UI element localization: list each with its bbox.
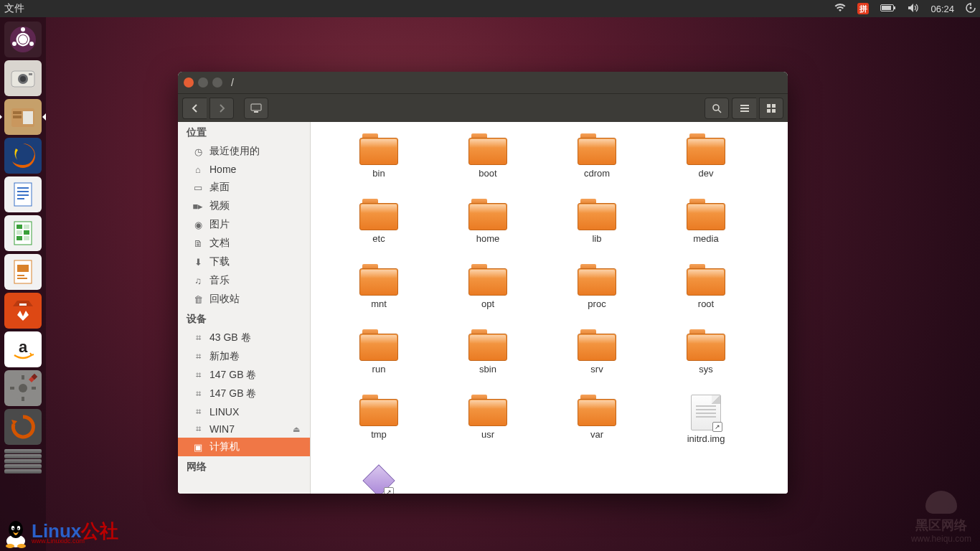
folder-lib[interactable]: lib (543, 199, 651, 244)
sidebar-item-文档[interactable]: 🗎文档 (178, 234, 310, 253)
sidebar-section-header: 设备 (178, 309, 310, 329)
calc-icon[interactable] (4, 215, 42, 251)
clock[interactable]: 06:24 (930, 4, 954, 14)
sidebar-item-label: 视频 (209, 199, 230, 212)
folder-etc[interactable]: etc (325, 199, 433, 244)
svg-point-6 (19, 35, 27, 44)
folder-mnt[interactable]: mnt (325, 264, 433, 309)
files-app-icon[interactable] (4, 99, 42, 135)
writer-icon[interactable] (4, 176, 42, 212)
file-label: cdrom (584, 168, 610, 179)
folder-icon (578, 199, 616, 230)
folder-run[interactable]: run (325, 329, 433, 375)
app-menu-title[interactable]: 文件 (4, 2, 24, 15)
diamond-link-vmlinuz[interactable]: ↗vmlinuz (325, 464, 433, 494)
sidebar-item-下载[interactable]: ⬇下载 (178, 253, 310, 271)
list-view-button[interactable] (732, 98, 756, 119)
svg-point-40 (19, 384, 27, 392)
screenshot-app-icon[interactable] (4, 60, 42, 96)
maximize-button[interactable] (212, 77, 222, 88)
sidebar-item-147-gb-卷[interactable]: ⌗147 GB 卷 (178, 385, 310, 403)
content-area[interactable]: binbootcdromdevetchomelibmediamntoptproc… (311, 122, 788, 494)
file-link-initrd.img[interactable]: ↗initrd.img (652, 395, 760, 444)
sidebar-item-label: 最近使用的 (209, 145, 260, 158)
icon-view-button[interactable] (759, 98, 783, 119)
file-label: var (590, 429, 603, 440)
svg-rect-54 (767, 104, 771, 108)
path-computer-button[interactable] (244, 98, 268, 119)
eject-icon[interactable]: ⏏ (293, 425, 300, 434)
folder-opt[interactable]: opt (434, 264, 542, 309)
folder-media[interactable]: media (652, 199, 760, 244)
folder-bin[interactable]: bin (325, 133, 433, 179)
folder-sbin[interactable]: sbin (434, 329, 542, 375)
sidebar-item-label: 文档 (209, 237, 230, 250)
workspace-switcher[interactable] (4, 449, 42, 474)
folder-cdrom[interactable]: cdrom (543, 133, 651, 179)
titlebar[interactable]: / (178, 72, 788, 93)
folder-icon (468, 133, 507, 165)
folder-srv[interactable]: srv (543, 329, 651, 375)
dash-icon[interactable] (4, 22, 42, 57)
folder-dev[interactable]: dev (652, 133, 760, 179)
impress-icon[interactable] (4, 254, 42, 290)
folder-usr[interactable]: usr (434, 395, 542, 444)
folder-boot[interactable]: boot (434, 133, 542, 179)
sidebar-item-图片[interactable]: ◉图片 (178, 215, 310, 234)
nav-back-button[interactable] (182, 98, 207, 119)
binary-link-icon: ↗ (362, 464, 395, 494)
watermark-right: 黑区网络 www.heiqu.com (911, 491, 971, 544)
sidebar-item-新加卷[interactable]: ⌗新加卷 (178, 347, 310, 366)
file-label: opt (481, 298, 494, 309)
folder-icon (578, 395, 616, 426)
firefox-icon[interactable] (4, 138, 42, 174)
sidebar-item-最近使用的[interactable]: ◷最近使用的 (178, 142, 310, 161)
svg-rect-26 (24, 225, 29, 229)
search-button[interactable] (705, 98, 729, 119)
sound-icon[interactable] (908, 3, 919, 15)
sidebar-item-43-gb-卷[interactable]: ⌗43 GB 卷 (178, 329, 310, 347)
sidebar-item-linux[interactable]: ⌗LINUX (178, 403, 310, 420)
software-center-icon[interactable] (4, 293, 42, 329)
system-settings-icon[interactable] (4, 370, 42, 406)
folder-icon (359, 329, 398, 361)
sidebar-item-计算机[interactable]: ▣计算机 (178, 438, 310, 456)
svg-rect-16 (13, 116, 22, 118)
sidebar-item-home[interactable]: ⌂Home (178, 161, 310, 178)
nav-forward-button[interactable] (209, 98, 234, 119)
sidebar-item-回收站[interactable]: 🗑回收站 (178, 290, 310, 309)
battery-icon[interactable] (880, 4, 896, 14)
folder-tmp[interactable]: tmp (325, 395, 433, 444)
folder-icon (578, 133, 616, 165)
folder-home[interactable]: home (434, 199, 542, 244)
file-label: usr (481, 429, 494, 440)
folder-icon (468, 395, 507, 426)
svg-rect-30 (24, 236, 29, 240)
sidebar-item-音乐[interactable]: ♫音乐 (178, 271, 310, 290)
software-updater-icon[interactable] (4, 409, 42, 445)
ime-indicator-icon[interactable]: 拼 (857, 3, 869, 14)
sidebar-item-视频[interactable]: ■▸视频 (178, 197, 310, 215)
sidebar-item-147-gb-卷[interactable]: ⌗147 GB 卷 (178, 366, 310, 385)
folder-proc[interactable]: proc (543, 264, 651, 309)
amazon-icon[interactable]: a (4, 331, 42, 367)
minimize-button[interactable] (198, 77, 208, 88)
svg-rect-27 (17, 230, 22, 235)
session-icon[interactable] (966, 3, 976, 15)
folder-sys[interactable]: sys (652, 329, 760, 375)
folder-icon (359, 133, 398, 165)
sidebar-item-win7[interactable]: ⌗WIN7⏏ (178, 420, 310, 438)
file-label: etc (372, 233, 385, 244)
svg-point-63 (18, 528, 19, 529)
sidebar-item-桌面[interactable]: ▭桌面 (178, 178, 310, 197)
sidebar-item-label: 147 GB 卷 (209, 387, 256, 400)
sidebar-item-label: 桌面 (209, 181, 230, 194)
window-title: / (231, 77, 234, 88)
sidebar: 位置◷最近使用的⌂Home▭桌面■▸视频◉图片🗎文档⬇下载♫音乐🗑回收站设备⌗4… (178, 122, 311, 494)
folder-root[interactable]: root (652, 264, 760, 309)
file-label: srv (590, 364, 603, 375)
wifi-icon[interactable] (834, 4, 846, 14)
folder-var[interactable]: var (543, 395, 651, 444)
close-button[interactable] (184, 77, 194, 88)
svg-rect-57 (772, 109, 776, 113)
